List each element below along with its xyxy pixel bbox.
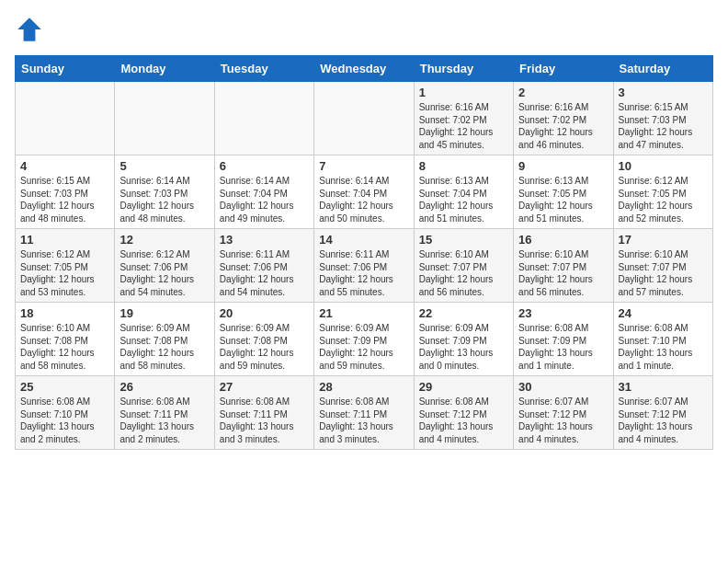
day-number: 31 <box>619 380 708 394</box>
day-info: Sunrise: 6:11 AM Sunset: 7:06 PM Dayligh… <box>319 248 408 298</box>
calendar-cell: 3Sunrise: 6:15 AM Sunset: 7:03 PM Daylig… <box>613 82 712 155</box>
calendar-cell: 18Sunrise: 6:10 AM Sunset: 7:08 PM Dayli… <box>16 303 115 376</box>
day-number: 14 <box>319 233 408 247</box>
calendar-cell: 19Sunrise: 6:09 AM Sunset: 7:08 PM Dayli… <box>115 303 214 376</box>
day-number: 28 <box>319 380 408 394</box>
calendar-cell: 5Sunrise: 6:14 AM Sunset: 7:03 PM Daylig… <box>115 155 214 229</box>
column-header-sunday: Sunday <box>16 56 115 82</box>
day-info: Sunrise: 6:15 AM Sunset: 7:03 PM Dayligh… <box>20 175 109 224</box>
calendar-cell: 25Sunrise: 6:08 AM Sunset: 7:10 PM Dayli… <box>16 376 115 450</box>
day-info: Sunrise: 6:07 AM Sunset: 7:12 PM Dayligh… <box>518 396 608 445</box>
calendar-cell: 16Sunrise: 6:10 AM Sunset: 7:07 PM Dayli… <box>514 229 613 303</box>
calendar-cell: 21Sunrise: 6:09 AM Sunset: 7:09 PM Dayli… <box>314 303 414 376</box>
day-info: Sunrise: 6:14 AM Sunset: 7:04 PM Dayligh… <box>220 175 309 224</box>
day-info: Sunrise: 6:13 AM Sunset: 7:05 PM Dayligh… <box>518 175 608 224</box>
calendar-cell: 7Sunrise: 6:14 AM Sunset: 7:04 PM Daylig… <box>314 155 414 229</box>
day-number: 19 <box>119 306 209 320</box>
svg-marker-0 <box>17 17 41 41</box>
day-info: Sunrise: 6:09 AM Sunset: 7:09 PM Dayligh… <box>419 322 508 372</box>
calendar-week-3: 11Sunrise: 6:12 AM Sunset: 7:05 PM Dayli… <box>16 229 713 303</box>
day-info: Sunrise: 6:09 AM Sunset: 7:08 PM Dayligh… <box>119 322 209 372</box>
day-info: Sunrise: 6:08 AM Sunset: 7:12 PM Dayligh… <box>419 396 508 445</box>
calendar-cell: 10Sunrise: 6:12 AM Sunset: 7:05 PM Dayli… <box>613 155 712 229</box>
day-number: 13 <box>220 233 309 247</box>
day-number: 25 <box>20 380 109 394</box>
calendar-cell: 22Sunrise: 6:09 AM Sunset: 7:09 PM Dayli… <box>414 303 513 376</box>
calendar-week-4: 18Sunrise: 6:10 AM Sunset: 7:08 PM Dayli… <box>16 303 713 376</box>
calendar-cell <box>214 82 313 155</box>
logo <box>15 15 48 44</box>
day-number: 17 <box>619 233 708 247</box>
day-number: 23 <box>518 306 608 320</box>
day-number: 4 <box>20 159 109 173</box>
day-info: Sunrise: 6:08 AM Sunset: 7:09 PM Dayligh… <box>518 322 608 372</box>
day-info: Sunrise: 6:08 AM Sunset: 7:10 PM Dayligh… <box>20 396 109 445</box>
day-number: 12 <box>119 233 209 247</box>
day-number: 6 <box>220 159 309 173</box>
calendar-cell: 31Sunrise: 6:07 AM Sunset: 7:12 PM Dayli… <box>613 376 712 450</box>
day-number: 3 <box>619 86 708 99</box>
calendar-cell: 30Sunrise: 6:07 AM Sunset: 7:12 PM Dayli… <box>514 376 613 450</box>
day-number: 20 <box>220 306 309 320</box>
day-info: Sunrise: 6:15 AM Sunset: 7:03 PM Dayligh… <box>619 101 708 151</box>
calendar-cell: 4Sunrise: 6:15 AM Sunset: 7:03 PM Daylig… <box>16 155 115 229</box>
calendar-cell: 1Sunrise: 6:16 AM Sunset: 7:02 PM Daylig… <box>414 82 513 155</box>
day-info: Sunrise: 6:08 AM Sunset: 7:11 PM Dayligh… <box>119 396 209 445</box>
calendar-header-row: SundayMondayTuesdayWednesdayThursdayFrid… <box>16 56 713 82</box>
calendar-cell: 28Sunrise: 6:08 AM Sunset: 7:11 PM Dayli… <box>314 376 414 450</box>
day-info: Sunrise: 6:08 AM Sunset: 7:11 PM Dayligh… <box>220 396 309 445</box>
column-header-wednesday: Wednesday <box>314 56 414 82</box>
day-info: Sunrise: 6:09 AM Sunset: 7:09 PM Dayligh… <box>319 322 408 372</box>
calendar-week-5: 25Sunrise: 6:08 AM Sunset: 7:10 PM Dayli… <box>16 376 713 450</box>
day-info: Sunrise: 6:09 AM Sunset: 7:08 PM Dayligh… <box>220 322 309 372</box>
calendar-cell: 11Sunrise: 6:12 AM Sunset: 7:05 PM Dayli… <box>16 229 115 303</box>
calendar-cell <box>16 82 115 155</box>
day-number: 1 <box>419 86 508 99</box>
day-info: Sunrise: 6:10 AM Sunset: 7:07 PM Dayligh… <box>518 248 608 298</box>
day-info: Sunrise: 6:12 AM Sunset: 7:05 PM Dayligh… <box>619 175 708 224</box>
day-number: 24 <box>619 306 708 320</box>
day-info: Sunrise: 6:12 AM Sunset: 7:06 PM Dayligh… <box>119 248 209 298</box>
calendar-cell: 20Sunrise: 6:09 AM Sunset: 7:08 PM Dayli… <box>214 303 313 376</box>
calendar-week-2: 4Sunrise: 6:15 AM Sunset: 7:03 PM Daylig… <box>16 155 713 229</box>
day-number: 18 <box>20 306 109 320</box>
calendar-cell <box>314 82 414 155</box>
logo-icon <box>15 15 44 44</box>
day-number: 11 <box>20 233 109 247</box>
calendar-cell: 23Sunrise: 6:08 AM Sunset: 7:09 PM Dayli… <box>514 303 613 376</box>
day-info: Sunrise: 6:14 AM Sunset: 7:03 PM Dayligh… <box>119 175 209 224</box>
day-number: 9 <box>518 159 608 173</box>
calendar-cell: 14Sunrise: 6:11 AM Sunset: 7:06 PM Dayli… <box>314 229 414 303</box>
day-number: 29 <box>419 380 508 394</box>
calendar-cell <box>115 82 214 155</box>
day-number: 16 <box>518 233 608 247</box>
column-header-friday: Friday <box>514 56 613 82</box>
day-info: Sunrise: 6:16 AM Sunset: 7:02 PM Dayligh… <box>419 101 508 151</box>
calendar-cell: 9Sunrise: 6:13 AM Sunset: 7:05 PM Daylig… <box>514 155 613 229</box>
calendar-cell: 29Sunrise: 6:08 AM Sunset: 7:12 PM Dayli… <box>414 376 513 450</box>
column-header-monday: Monday <box>115 56 214 82</box>
column-header-tuesday: Tuesday <box>214 56 313 82</box>
day-number: 5 <box>119 159 209 173</box>
calendar-cell: 12Sunrise: 6:12 AM Sunset: 7:06 PM Dayli… <box>115 229 214 303</box>
day-number: 15 <box>419 233 508 247</box>
calendar-week-1: 1Sunrise: 6:16 AM Sunset: 7:02 PM Daylig… <box>16 82 713 155</box>
day-number: 26 <box>119 380 209 394</box>
calendar-cell: 26Sunrise: 6:08 AM Sunset: 7:11 PM Dayli… <box>115 376 214 450</box>
day-number: 10 <box>619 159 708 173</box>
calendar-cell: 6Sunrise: 6:14 AM Sunset: 7:04 PM Daylig… <box>214 155 313 229</box>
day-number: 2 <box>518 86 608 99</box>
calendar-table: SundayMondayTuesdayWednesdayThursdayFrid… <box>15 55 713 450</box>
day-info: Sunrise: 6:12 AM Sunset: 7:05 PM Dayligh… <box>20 248 109 298</box>
page-header <box>15 15 713 44</box>
day-info: Sunrise: 6:13 AM Sunset: 7:04 PM Dayligh… <box>419 175 508 224</box>
day-info: Sunrise: 6:08 AM Sunset: 7:11 PM Dayligh… <box>319 396 408 445</box>
day-info: Sunrise: 6:07 AM Sunset: 7:12 PM Dayligh… <box>619 396 708 445</box>
day-number: 22 <box>419 306 508 320</box>
day-info: Sunrise: 6:14 AM Sunset: 7:04 PM Dayligh… <box>319 175 408 224</box>
calendar-cell: 2Sunrise: 6:16 AM Sunset: 7:02 PM Daylig… <box>514 82 613 155</box>
column-header-thursday: Thursday <box>414 56 513 82</box>
day-number: 8 <box>419 159 508 173</box>
day-number: 30 <box>518 380 608 394</box>
calendar-cell: 8Sunrise: 6:13 AM Sunset: 7:04 PM Daylig… <box>414 155 513 229</box>
